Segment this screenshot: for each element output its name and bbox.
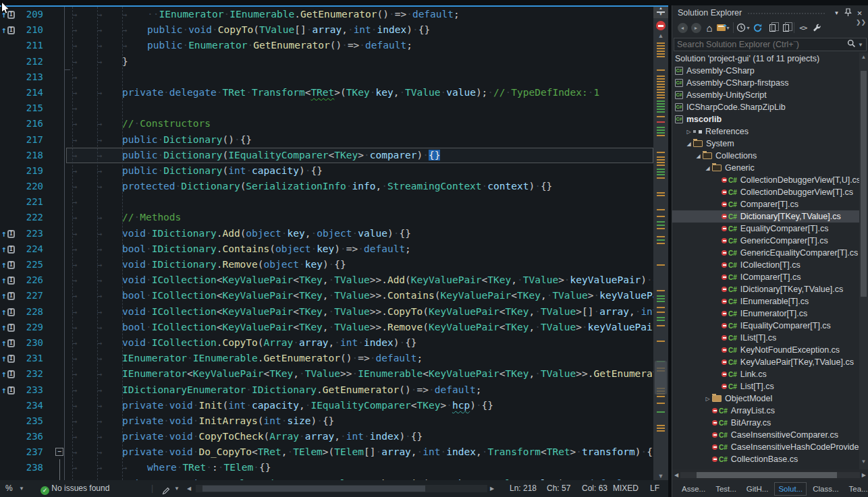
tree-item[interactable]: C#ArrayList.cs	[672, 405, 868, 417]
tree-item[interactable]: C#mscorlib	[672, 113, 868, 125]
document-health-icon[interactable]	[656, 21, 666, 30]
zoom-caret-icon[interactable]: ▼	[19, 480, 24, 497]
code-line[interactable]: 216→→//·Constructors	[0, 116, 653, 131]
tree-item[interactable]: ◢Generic	[672, 162, 868, 174]
code-line[interactable]: 211→→→public·Enumerator·GetEnumerator()·…	[0, 38, 653, 53]
tree-scroll-down-icon[interactable]: ▼	[859, 459, 868, 465]
search-input[interactable]	[677, 40, 847, 49]
pin-icon[interactable]	[842, 8, 854, 18]
formatting-pen-icon[interactable]	[162, 480, 170, 497]
tree-item[interactable]: C#IEnumerable[T].cs	[672, 295, 868, 308]
line-number[interactable]: 236	[18, 429, 53, 444]
hscroll-right-arrow-icon[interactable]: ▶	[490, 480, 494, 497]
code-line[interactable]: ↑I232→→IEnumerator<KeyValuePair<TKey,·TV…	[0, 366, 653, 382]
tree-item[interactable]: C#ICSharpCode.SharpZipLib	[672, 101, 868, 113]
tree-item[interactable]: C#CollectionDebuggerView[T].cs	[672, 186, 868, 198]
line-number[interactable]: 234	[18, 398, 53, 413]
tree-item[interactable]: C#CaseInsensitiveHashCodeProvider.cs	[672, 441, 868, 453]
panel-tab-gith[interactable]: GitH...	[742, 482, 773, 496]
line-number[interactable]: 222	[18, 210, 53, 225]
fold-margin[interactable]: −	[53, 444, 66, 460]
code-line[interactable]: 213→	[0, 69, 653, 85]
tree-item[interactable]: C#IEqualityComparer[T].cs	[672, 320, 868, 332]
scroll-up-arrow-icon[interactable]: ▲	[653, 32, 668, 39]
line-number[interactable]: 220	[18, 179, 53, 194]
line-number[interactable]: 217	[18, 132, 53, 148]
line-number[interactable]: 228	[18, 304, 53, 320]
line-number[interactable]: 213	[18, 69, 53, 85]
code-line[interactable]: ↑I226→→void·ICollection<KeyValuePair<TKe…	[0, 272, 653, 288]
encoding-indicator[interactable]: MIXED	[613, 480, 639, 497]
filter-pending-changes-button[interactable]: ▼	[736, 21, 751, 34]
tree-scroll-up-icon[interactable]: ▲	[859, 54, 868, 60]
tree-item[interactable]: C#Assembly-UnityScript	[672, 89, 868, 101]
line-number[interactable]: 214	[18, 85, 53, 100]
forward-button[interactable]: ▸	[689, 21, 703, 34]
code-line[interactable]: 215→	[0, 100, 653, 116]
code-line[interactable]: 212→→}	[0, 54, 653, 69]
collapse-arrow-icon[interactable]: ◢	[694, 153, 703, 159]
code-line[interactable]: 237−→→private·void·Do_CopyTo<TRet,·TElem…	[0, 444, 653, 460]
view-code-button[interactable]: <>	[796, 21, 810, 34]
search-caret-icon[interactable]: ▼	[858, 42, 863, 48]
editor-vertical-scrollbar[interactable]: ▲▼ ▲ ▼	[653, 7, 668, 480]
code-line[interactable]: 221→	[0, 194, 653, 210]
code-line[interactable]: 220→→protected·Dictionary(SerializationI…	[0, 179, 653, 194]
tree-item[interactable]: C#ICollection[T].cs	[672, 259, 868, 271]
panel-tab-test[interactable]: Test...	[711, 482, 740, 496]
line-number[interactable]: 219	[18, 163, 53, 179]
line-number[interactable]: 233	[18, 382, 53, 398]
hscroll-thumb[interactable]	[202, 486, 425, 492]
code-line[interactable]: 234→→private·void·Init(int·capacity,·IEq…	[0, 398, 653, 413]
tree-item[interactable]: C#Assembly-CSharp-firstpass	[672, 77, 868, 89]
line-number[interactable]: 227	[18, 288, 53, 303]
line-ending-indicator[interactable]: LF	[650, 480, 659, 497]
line-number[interactable]: 237	[18, 444, 53, 460]
scrollbar-thumb[interactable]	[655, 361, 667, 394]
code-line[interactable]: ↑I229→→bool·ICollection<KeyValuePair<TKe…	[0, 320, 653, 335]
line-number[interactable]: 235	[18, 413, 53, 429]
line-number[interactable]: 238	[18, 460, 53, 475]
line-number[interactable]: 212	[18, 54, 53, 69]
switch-views-button[interactable]: ▼	[716, 21, 731, 34]
hscroll-left-arrow-icon[interactable]: ◀	[187, 480, 191, 497]
tree-scroll-thumb[interactable]	[861, 71, 867, 297]
chevron-down-icon[interactable]: ▼	[831, 10, 842, 16]
line-number[interactable]: 230	[18, 335, 53, 351]
tree-item[interactable]: ◢Collections	[672, 150, 868, 162]
tree-item[interactable]: C#Link.cs	[672, 368, 868, 380]
code-line[interactable]: ↑I223→→void·IDictionary.Add(object·key,·…	[0, 226, 653, 241]
tree-item[interactable]: ◢System	[672, 138, 868, 150]
code-line[interactable]: 235→→private·void·InitArrays(int·size)·{…	[0, 413, 653, 429]
editor-splitter-handle[interactable]: ▲▼	[653, 7, 668, 18]
tree-item[interactable]: C#CollectionDebuggerView[T,U].cs	[672, 174, 868, 186]
back-button[interactable]: ◂	[676, 21, 689, 34]
line-number[interactable]: 215	[18, 100, 53, 116]
close-icon[interactable]: ×	[854, 8, 865, 18]
code-line[interactable]: ↑I225→→void·IDictionary.Remove(object·ke…	[0, 257, 653, 272]
show-all-files-button[interactable]	[765, 21, 778, 34]
code-line[interactable]: ↑I231→→IEnumerator·IEnumerable.GetEnumer…	[0, 351, 653, 366]
zoom-control[interactable]: %	[5, 480, 13, 497]
tree-item[interactable]: C#IEnumerator[T].cs	[672, 308, 868, 320]
properties-button[interactable]	[810, 21, 823, 34]
code-line[interactable]: 218→→public·Dictionary(IEqualityComparer…	[0, 148, 653, 163]
line-number[interactable]: 210	[18, 22, 53, 38]
code-line[interactable]: 219→→public·Dictionary(int·capacity)·{}	[0, 163, 653, 179]
toolbar-overflow-icon[interactable]: ❯❯	[856, 19, 866, 26]
tree-item[interactable]: C#Dictionary[TKey,TValue].cs	[672, 210, 868, 223]
line-number[interactable]: 223	[18, 226, 53, 241]
tree-item[interactable]: C#BitArray.cs	[672, 417, 868, 429]
code-line[interactable]: 222→→//·Methods	[0, 210, 653, 225]
tree-item[interactable]: ▷References	[672, 125, 868, 138]
code-line[interactable]: ↑I230→→void·ICollection.CopyTo(Array·arr…	[0, 335, 653, 351]
line-number[interactable]: 232	[18, 366, 53, 382]
collapse-region-icon[interactable]: −	[55, 448, 63, 456]
tree-item[interactable]: C#IComparer[T].cs	[672, 271, 868, 283]
panel-tab-tea[interactable]: Tea...	[845, 482, 868, 496]
line-number[interactable]: 218	[18, 148, 53, 163]
code-line[interactable]: 238→→→where·TRet·:·TElem·{}	[0, 460, 653, 475]
column-indicator[interactable]: Col: 63	[582, 480, 607, 497]
tree-item[interactable]: C#IDictionary[TKey,TValue].cs	[672, 283, 868, 295]
collapse-all-button[interactable]	[778, 21, 792, 34]
